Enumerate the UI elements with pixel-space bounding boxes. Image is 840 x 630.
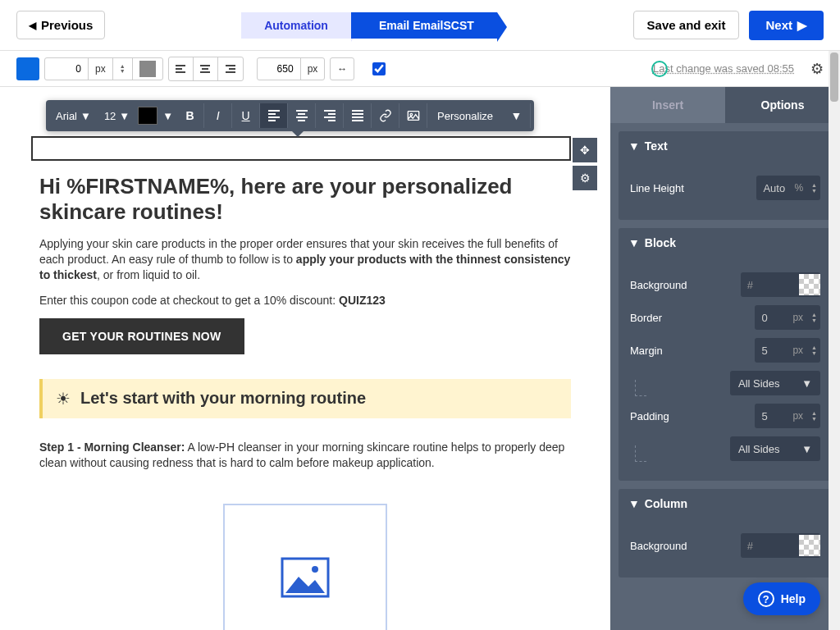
bold-button[interactable]: B — [176, 103, 204, 128]
border-input[interactable]: px▲▼ — [755, 305, 820, 330]
help-label: Help — [781, 592, 806, 605]
toggle-checkbox[interactable] — [368, 57, 390, 80]
width-unit: px — [301, 58, 325, 80]
tab-insert[interactable]: Insert — [610, 87, 725, 123]
step-email[interactable]: Email EmailSCST — [351, 12, 497, 39]
padding-input[interactable]: px▲▼ — [755, 404, 820, 428]
block-align-bar — [168, 57, 244, 81]
width-control[interactable]: px — [257, 57, 326, 80]
spacing-stepper[interactable]: ▲▼ — [120, 64, 126, 74]
line-height-label: Line Height — [630, 182, 684, 194]
scrollbar[interactable] — [829, 51, 840, 630]
main-toolbar: px ▲▼ px ↔ Last change was saved 08:55 ⚙ — [0, 51, 840, 87]
selected-block[interactable]: ✥ ⚙ — [31, 136, 571, 161]
text-color-dropdown[interactable]: ▼ — [159, 107, 176, 126]
svg-point-1 — [410, 113, 413, 116]
font-size-select[interactable]: 12▼ — [98, 105, 136, 127]
bg-color-swatch[interactable] — [16, 57, 39, 80]
help-button[interactable]: ? Help — [743, 582, 820, 615]
next-label: Next — [765, 18, 792, 32]
saved-indicator-icon — [651, 61, 668, 77]
align-right-button[interactable] — [316, 103, 344, 128]
image-placeholder[interactable] — [223, 504, 387, 630]
column-section: ▼Column Background # — [619, 489, 832, 578]
image-icon — [281, 557, 330, 598]
step-automation[interactable]: Automation — [241, 12, 351, 39]
save-exit-button[interactable]: Save and exit — [633, 11, 740, 39]
block-bg-label: Background — [630, 279, 687, 291]
margin-sides-select[interactable]: All Sides▼ — [730, 371, 820, 395]
tab-options[interactable]: Options — [725, 87, 840, 123]
text-color-swatch[interactable] — [138, 107, 158, 125]
spacing-input[interactable] — [52, 63, 81, 75]
move-handle-icon[interactable]: ✥ — [573, 138, 597, 162]
canvas-area: Arial▼ 12▼ ▼ B I U Personalize ▼ ✥ ⚙ — [0, 87, 610, 630]
underline-button[interactable]: U — [232, 103, 260, 128]
text-section: ▼Text Line Height % ▲▼ — [619, 131, 832, 220]
chevron-left-icon: ◀ — [29, 20, 36, 31]
link-button[interactable] — [372, 103, 399, 128]
email-paragraph-2[interactable]: Enter this coupon code at checkout to ge… — [39, 293, 571, 308]
step-1-text[interactable]: Step 1 - Morning Cleanser: A low-PH clea… — [39, 440, 571, 471]
width-mode[interactable]: ↔ — [330, 57, 354, 80]
settings-gear-icon[interactable]: ⚙ — [810, 60, 824, 78]
column-bg-input[interactable]: # — [741, 533, 820, 558]
column-section-header[interactable]: ▼Column — [619, 489, 832, 518]
text-section-header[interactable]: ▼Text — [619, 131, 832, 161]
header-bar: ◀ Previous Automation Email EmailSCST Sa… — [0, 0, 840, 51]
column-bg-label: Background — [630, 540, 687, 552]
email-paragraph-1[interactable]: Applying your skin care products in the … — [39, 236, 571, 283]
block-section: ▼Block Background # Border px▲▼ Margin p… — [619, 228, 832, 481]
block-align-right[interactable] — [218, 57, 243, 80]
font-family-select[interactable]: Arial▼ — [49, 105, 98, 127]
previous-button[interactable]: ◀ Previous — [16, 11, 105, 39]
last-saved-text: Last change was saved 08:55 — [653, 62, 794, 75]
section-header[interactable]: ☀ Let's start with your morning routine — [39, 379, 571, 418]
block-align-center[interactable] — [194, 57, 218, 80]
padding-sides-select[interactable]: All Sides▼ — [730, 436, 820, 461]
header-steps: Automation Email EmailSCST — [105, 12, 632, 39]
align-left-button[interactable] — [260, 103, 288, 128]
options-panel: Insert Options ▼Text Line Height % ▲▼ ▼B… — [610, 87, 840, 630]
margin-input[interactable]: px▲▼ — [755, 338, 820, 363]
caret-down-icon: ▼ — [628, 139, 640, 153]
help-icon: ? — [758, 591, 774, 607]
previous-label: Previous — [41, 18, 93, 32]
svg-point-3 — [312, 566, 318, 573]
padding-label: Padding — [630, 410, 669, 422]
block-section-header[interactable]: ▼Block — [619, 228, 832, 258]
next-button[interactable]: Next ▶ — [749, 11, 824, 40]
border-label: Border — [630, 312, 662, 324]
personalize-button[interactable]: Personalize — [427, 110, 503, 122]
email-heading[interactable]: Hi %FIRSTNAME%, here are your personaliz… — [39, 174, 571, 225]
svg-rect-0 — [408, 112, 418, 121]
align-justify-button[interactable] — [344, 103, 372, 128]
spacing-control[interactable]: px ▲▼ — [44, 57, 163, 80]
gray-swatch[interactable] — [139, 61, 156, 77]
align-center-button[interactable] — [288, 103, 316, 128]
margin-label: Margin — [630, 345, 663, 357]
section-title: Let's start with your morning routine — [80, 389, 366, 408]
text-format-toolbar: Arial▼ 12▼ ▼ B I U Personalize ▼ — [46, 100, 534, 131]
spacing-unit: px — [89, 58, 113, 80]
line-height-input[interactable]: % ▲▼ — [756, 176, 820, 200]
cta-button[interactable]: GET YOUR ROUTINES NOW — [39, 318, 244, 354]
caret-down-icon: ▼ — [628, 497, 640, 510]
block-bg-input[interactable]: # — [741, 272, 820, 297]
fit-width-icon[interactable]: ↔ — [331, 58, 354, 80]
width-input[interactable] — [264, 63, 294, 75]
chevron-right-icon: ▶ — [797, 18, 807, 33]
email-body: Hi %FIRSTNAME%, here are your personaliz… — [10, 161, 600, 630]
italic-button[interactable]: I — [204, 103, 232, 128]
scrollbar-thumb[interactable] — [830, 52, 838, 102]
caret-down-icon: ▼ — [628, 236, 640, 249]
sun-icon: ☀ — [56, 389, 71, 409]
block-align-left[interactable] — [169, 57, 194, 80]
block-settings-icon[interactable]: ⚙ — [573, 166, 597, 190]
image-button[interactable] — [399, 103, 427, 128]
more-dropdown[interactable]: ▼ — [503, 103, 531, 128]
